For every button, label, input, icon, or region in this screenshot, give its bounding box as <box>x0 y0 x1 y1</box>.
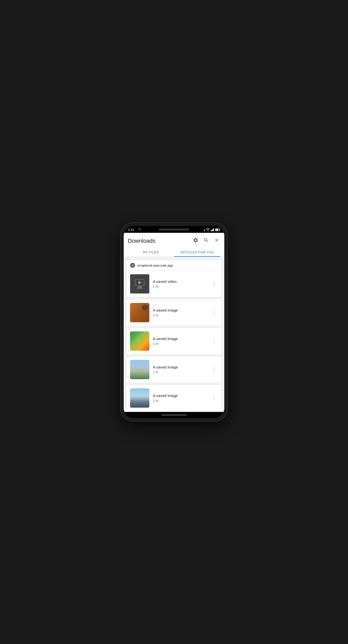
monitor-neck <box>138 287 141 287</box>
item-info: A saved image 1 hr <box>153 365 207 374</box>
image-thumbnail-1 <box>130 303 149 322</box>
source-card: scrapbook-pwa.web.app A saved video <box>126 260 222 298</box>
phone-device: 3:31 ||| <box>121 223 227 421</box>
item-meta: 1 hr <box>153 285 207 288</box>
tab-my-files[interactable]: MY FILES <box>128 248 174 257</box>
list-item: A saved image 1 hr ⋮ <box>126 299 222 326</box>
header-actions <box>192 236 220 245</box>
item-title: A saved image <box>153 393 207 398</box>
svg-rect-0 <box>211 230 211 231</box>
item-more-button[interactable]: ⋮ <box>210 309 218 316</box>
door-knob <box>143 305 148 310</box>
list-item: A saved image 1 hr ⋮ <box>126 356 222 383</box>
search-icon <box>203 237 209 244</box>
settings-button[interactable] <box>192 236 199 245</box>
item-info: A saved image 1 hr <box>153 308 207 317</box>
three-dots-icon: ⋮ <box>212 395 216 401</box>
signal-icon <box>211 228 214 232</box>
app-title: Downloads <box>128 238 155 244</box>
volume-silent-button <box>120 261 121 270</box>
monitor-base <box>137 288 143 288</box>
item-title: A saved image <box>153 308 207 312</box>
item-more-button[interactable]: ⋮ <box>210 366 218 373</box>
three-dots-icon: ⋮ <box>212 310 216 315</box>
svg-rect-5 <box>216 229 218 231</box>
item-more-button[interactable]: ⋮ <box>210 395 218 401</box>
camera <box>138 227 141 231</box>
three-dots-icon: ⋮ <box>212 367 216 372</box>
item-meta: 1 hr <box>153 370 207 374</box>
content-area[interactable]: scrapbook-pwa.web.app A saved video <box>124 257 224 412</box>
item-title: A saved image <box>153 365 207 369</box>
top-bar: Downloads <box>124 233 224 257</box>
item-meta: 1 hr <box>153 342 207 346</box>
image-thumbnail-4 <box>130 388 149 408</box>
item-title: A saved image <box>153 336 207 341</box>
play-triangle <box>138 281 141 284</box>
item-more-button[interactable]: ⋮ <box>210 338 218 344</box>
item-info: A saved video 1 hr <box>153 279 207 288</box>
app-content: Downloads <box>124 233 224 412</box>
three-dots-icon: ⋮ <box>212 281 216 286</box>
svg-rect-1 <box>212 229 212 231</box>
item-meta: 1 hr <box>153 399 207 403</box>
status-time: 3:31 <box>128 228 134 232</box>
svg-rect-2 <box>212 229 213 231</box>
wifi-icon <box>206 228 210 232</box>
home-indicator <box>124 412 224 418</box>
item-more-button[interactable]: ⋮ <box>210 281 218 287</box>
volume-down-button <box>120 291 121 305</box>
video-screen <box>135 279 144 286</box>
image-thumbnail-3 <box>130 360 149 379</box>
item-info: A saved image 1 hr <box>153 336 207 346</box>
image-thumbnail-2 <box>130 331 149 351</box>
three-dots-icon: ⋮ <box>212 339 216 344</box>
item-meta: 1 hr <box>153 313 207 317</box>
home-bar <box>161 415 187 416</box>
close-icon <box>214 238 219 244</box>
item-info: A saved image 1 hr <box>153 393 207 403</box>
tab-articles-for-you[interactable]: ARTICLES FOR YOU <box>174 248 220 257</box>
city-overlay <box>130 400 149 408</box>
gear-icon <box>193 237 198 244</box>
tabs: MY FILES ARTICLES FOR YOU <box>128 248 220 257</box>
source-url: scrapbook-pwa.web.app <box>137 264 173 267</box>
battery-icon <box>215 228 220 232</box>
share-icon <box>130 263 135 268</box>
status-icons: ||| <box>204 228 220 232</box>
phone-screen: 3:31 ||| <box>124 226 224 418</box>
svg-rect-6 <box>219 229 220 230</box>
video-thumbnail <box>130 274 149 294</box>
app-header: Downloads <box>128 236 220 245</box>
svg-rect-3 <box>213 228 214 231</box>
list-item: A saved image 1 hr ⋮ <box>126 385 222 411</box>
volume-up-button <box>120 274 121 288</box>
vibrate-icon: ||| <box>204 229 205 231</box>
close-button[interactable] <box>213 237 220 245</box>
list-item: A saved image 1 hr ⋮ <box>126 328 222 355</box>
power-button <box>227 269 228 284</box>
item-title: A saved video <box>153 279 207 284</box>
source-header: scrapbook-pwa.web.app <box>126 260 222 271</box>
search-button[interactable] <box>202 236 210 245</box>
list-item: A saved video 1 hr ⋮ <box>126 271 222 297</box>
